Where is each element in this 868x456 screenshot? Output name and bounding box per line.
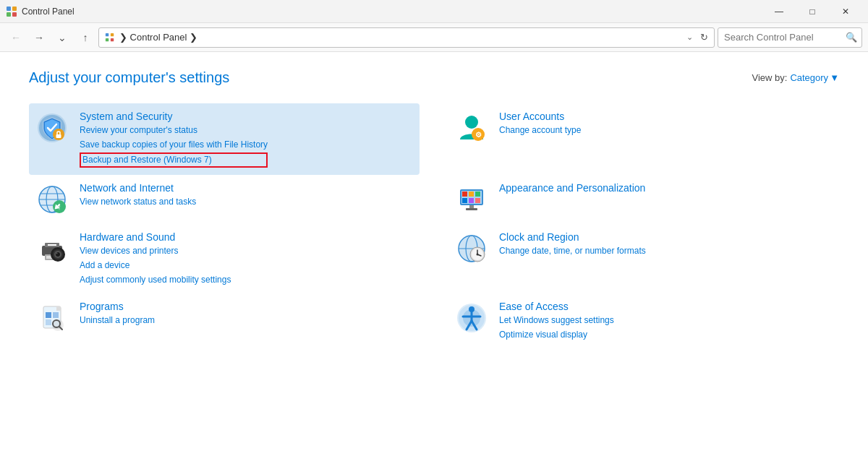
clock-region-content: Clock and Region Change date, time, or n…: [499, 231, 646, 257]
change-date-time-link[interactable]: Change date, time, or number formats: [499, 244, 646, 257]
svg-rect-4: [106, 33, 109, 35]
up-button[interactable]: ↑: [75, 27, 95, 48]
hardware-sound-content: Hardware and Sound View devices and prin…: [80, 231, 231, 286]
file-history-link[interactable]: Save backup copies of your files with Fi…: [80, 138, 268, 151]
view-devices-printers-link[interactable]: View devices and printers: [80, 244, 231, 257]
svg-rect-28: [462, 198, 467, 203]
programs-content: Programs Uninstall a program: [80, 301, 155, 327]
change-account-type-link[interactable]: Change account type: [499, 124, 581, 137]
title-bar: Control Panel — □ ✕: [0, 0, 868, 23]
address-bar-input[interactable]: ❯ Control Panel ❯ ⌄ ↻: [98, 27, 715, 48]
svg-text:↑: ↑: [57, 202, 61, 211]
view-by-label: View by:: [752, 72, 787, 83]
optimize-visual-display-link[interactable]: Optimize visual display: [499, 328, 614, 341]
ease-access-icon: [454, 301, 489, 335]
hardware-sound-icon: [35, 231, 69, 266]
svg-rect-1: [12, 7, 17, 11]
category-programs[interactable]: Programs Uninstall a program: [29, 293, 420, 348]
svg-rect-55: [53, 312, 59, 318]
add-device-link[interactable]: Add a device: [80, 259, 231, 272]
svg-rect-53: [56, 306, 61, 311]
programs-title[interactable]: Programs: [80, 301, 155, 312]
control-panel-icon: [6, 6, 17, 17]
network-internet-content: Network and Internet View network status…: [80, 182, 196, 208]
network-internet-title[interactable]: Network and Internet: [80, 182, 196, 194]
window-title: Control Panel: [22, 7, 75, 17]
svg-rect-11: [56, 134, 61, 138]
svg-rect-0: [7, 7, 11, 11]
svg-rect-27: [475, 192, 480, 197]
category-appearance[interactable]: Appearance and Personalization: [448, 175, 839, 224]
system-security-icon: [35, 111, 69, 145]
programs-icon: [35, 301, 69, 335]
svg-rect-32: [466, 208, 477, 210]
maximize-button[interactable]: □: [796, 0, 829, 23]
category-user-accounts[interactable]: ⚙ User Accounts Change account type: [448, 103, 839, 175]
appearance-icon: [454, 182, 489, 217]
categories-grid: System and Security Review your computer…: [29, 103, 839, 348]
svg-rect-7: [111, 38, 114, 40]
svg-rect-25: [462, 192, 467, 197]
category-system-security[interactable]: System and Security Review your computer…: [29, 103, 420, 175]
svg-rect-6: [106, 38, 109, 40]
windows-suggest-settings-link[interactable]: Let Windows suggest settings: [499, 314, 614, 327]
backup-restore-link[interactable]: Backup and Restore (Windows 7): [80, 152, 268, 168]
svg-rect-54: [46, 312, 51, 318]
minimize-button[interactable]: —: [762, 0, 796, 23]
user-accounts-title[interactable]: User Accounts: [499, 111, 581, 122]
system-security-content: System and Security Review your computer…: [80, 111, 268, 168]
hardware-sound-title[interactable]: Hardware and Sound: [80, 231, 231, 243]
clock-region-icon: [454, 231, 489, 266]
ease-access-content: Ease of Access Let Windows suggest setti…: [499, 301, 614, 341]
search-icon[interactable]: 🔍: [846, 32, 857, 43]
appearance-title[interactable]: Appearance and Personalization: [499, 182, 645, 194]
svg-rect-29: [469, 198, 474, 203]
address-dropdown-chevron[interactable]: ⌄: [686, 33, 693, 42]
address-path: ❯ Control Panel ❯: [119, 32, 682, 43]
svg-point-42: [56, 252, 58, 254]
svg-rect-56: [46, 319, 51, 325]
category-hardware-sound[interactable]: Hardware and Sound View devices and prin…: [29, 224, 420, 293]
system-security-title[interactable]: System and Security: [80, 111, 268, 122]
page-header: Adjust your computer's settings View by:…: [29, 69, 839, 86]
category-network-internet[interactable]: ↑ Network and Internet View network stat…: [29, 175, 420, 224]
search-box[interactable]: 🔍: [718, 27, 862, 48]
title-bar-controls: — □ ✕: [762, 0, 862, 23]
address-bar: ← → ⌄ ↑ ❯ Control Panel ❯ ⌄ ↻ 🔍: [0, 23, 868, 52]
recent-locations-button[interactable]: ⌄: [52, 27, 72, 48]
view-by-dropdown[interactable]: Category ▼: [790, 72, 839, 83]
view-network-status-link[interactable]: View network status and tasks: [80, 195, 196, 208]
back-button[interactable]: ←: [6, 27, 26, 48]
appearance-content: Appearance and Personalization: [499, 182, 645, 194]
close-button[interactable]: ✕: [829, 0, 862, 23]
category-clock-region[interactable]: Clock and Region Change date, time, or n…: [448, 224, 839, 293]
svg-rect-2: [7, 12, 11, 17]
svg-point-51: [477, 253, 479, 255]
svg-text:⚙: ⚙: [475, 131, 482, 139]
svg-rect-37: [48, 244, 56, 246]
view-by-chevron-icon: ▼: [830, 72, 839, 83]
forward-button[interactable]: →: [29, 27, 49, 48]
mobility-settings-link[interactable]: Adjust commonly used mobility settings: [80, 273, 231, 286]
review-computer-status-link[interactable]: Review your computer's status: [80, 124, 268, 137]
svg-point-12: [465, 116, 478, 129]
address-bar-icon: [105, 33, 115, 43]
page-title: Adjust your computer's settings: [29, 69, 229, 86]
svg-rect-30: [475, 198, 480, 203]
uninstall-program-link[interactable]: Uninstall a program: [80, 314, 155, 327]
svg-rect-5: [111, 33, 114, 35]
svg-rect-3: [12, 12, 17, 17]
ease-access-title[interactable]: Ease of Access: [499, 301, 614, 312]
view-by-section: View by: Category ▼: [752, 72, 839, 83]
svg-rect-26: [469, 192, 474, 197]
clock-region-title[interactable]: Clock and Region: [499, 231, 646, 243]
main-content: Adjust your computer's settings View by:…: [0, 52, 868, 456]
view-by-value: Category: [790, 72, 828, 83]
search-input[interactable]: [724, 32, 846, 43]
refresh-button[interactable]: ↻: [700, 32, 708, 43]
user-accounts-content: User Accounts Change account type: [499, 111, 581, 137]
title-bar-left: Control Panel: [6, 6, 75, 17]
user-accounts-icon: ⚙: [454, 111, 489, 145]
content-area: Adjust your computer's settings View by:…: [0, 52, 868, 456]
category-ease-access[interactable]: Ease of Access Let Windows suggest setti…: [448, 293, 839, 348]
